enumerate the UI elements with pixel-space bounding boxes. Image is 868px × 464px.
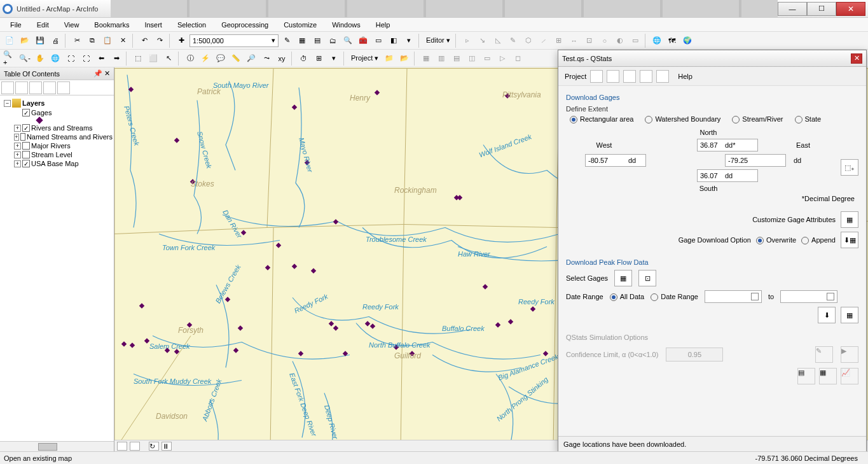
download-peak-button[interactable]: ⬇ [818, 307, 836, 323]
menu-help[interactable]: Help [369, 20, 397, 30]
qstats-saveas-icon[interactable] [640, 70, 652, 83]
toolbar-dropdown-icon-2[interactable]: ▾ [327, 52, 341, 66]
qstats-open-icon[interactable] [607, 70, 619, 83]
options-icon[interactable] [57, 81, 70, 94]
pin-icon[interactable]: 📌 ✕ [93, 69, 110, 78]
undo-icon[interactable]: ↶ [137, 34, 151, 48]
toolbar-icon-2[interactable]: ▤ [310, 34, 324, 48]
find-icon[interactable]: 🔎 [244, 52, 258, 66]
layout-view-icon[interactable] [130, 442, 140, 451]
layer-stream-level[interactable]: +Stream Level [1, 150, 113, 159]
minimize-button[interactable] [778, 2, 807, 16]
identify-icon[interactable]: ⓘ [183, 52, 197, 66]
zoom-out-icon[interactable]: 🔍- [18, 52, 32, 66]
search-icon[interactable]: 🔍 [341, 34, 355, 48]
save-icon[interactable]: 💾 [33, 34, 47, 48]
list-by-source-icon[interactable] [15, 81, 28, 94]
menu-bookmarks[interactable]: Bookmarks [88, 20, 135, 30]
overwrite-option[interactable]: Overwrite [756, 236, 796, 244]
new-icon[interactable]: 📄 [3, 34, 17, 48]
menu-windows[interactable]: Windows [326, 20, 367, 30]
apply-extent-button[interactable]: ⬚₊ [841, 159, 858, 176]
create-viewer-icon[interactable]: ⊞ [312, 52, 326, 66]
fixed-zoom-out-icon[interactable]: ⛶ [79, 52, 93, 66]
extent-rectangular[interactable]: Rectangular area [570, 115, 633, 123]
full-extent-icon[interactable]: 🌐 [48, 52, 62, 66]
date-range-option[interactable]: Date Range [651, 293, 698, 301]
measure-icon[interactable]: 📏 [229, 52, 243, 66]
download-gages-button[interactable]: ⬇▦ [841, 232, 858, 248]
scale-input[interactable]: 1:500,000▾ [189, 34, 279, 47]
find-route-icon[interactable]: ⤳ [259, 52, 273, 66]
layers-root[interactable]: − Layers [1, 98, 113, 108]
editor-dropdown[interactable]: Editor ▾ [424, 36, 453, 45]
arccatalog-icon[interactable]: 🌐 [650, 34, 664, 48]
select-gages-lasso-button[interactable]: ⊡ [638, 270, 656, 286]
zoom-in-icon[interactable]: 🔍+ [3, 52, 17, 66]
menu-selection[interactable]: Selection [171, 20, 212, 30]
extent-stream[interactable]: Stream/River [732, 115, 783, 123]
go-to-xy-icon[interactable]: xy [275, 52, 289, 66]
project-open-icon[interactable]: 📁 [382, 52, 396, 66]
layer-named-streams[interactable]: +Named Streams and Rivers [1, 132, 113, 141]
all-data-option[interactable]: All Data [610, 293, 645, 301]
arcscene-icon[interactable]: 🗺 [665, 34, 679, 48]
menu-file[interactable]: File [4, 20, 28, 30]
html-popup-icon[interactable]: 💬 [214, 52, 228, 66]
maximize-button[interactable] [807, 2, 836, 16]
menu-geoprocessing[interactable]: Geoprocessing [215, 20, 275, 30]
calendar-icon[interactable] [827, 293, 834, 300]
qstats-titlebar[interactable]: Test.qs - QStats ✕ [558, 50, 866, 67]
forward-extent-icon[interactable]: ➡ [109, 52, 123, 66]
pause-icon[interactable]: ⏸ [162, 442, 172, 451]
editor-toolbar-icon[interactable]: ✎ [280, 34, 294, 48]
extent-state[interactable]: State [795, 115, 822, 123]
close-button[interactable] [836, 2, 865, 16]
qstats-new-icon[interactable] [590, 70, 603, 83]
east-input[interactable] [725, 154, 786, 167]
list-by-drawing-order-icon[interactable] [1, 81, 14, 94]
toolbar-icon-1[interactable]: ▦ [295, 34, 309, 48]
hyperlink-icon[interactable]: ⚡ [198, 52, 212, 66]
layer-major-rivers[interactable]: +Major Rivers [1, 141, 113, 150]
catalog-icon[interactable]: 🗂 [326, 34, 340, 48]
select-features-icon[interactable]: ⬚ [131, 52, 145, 66]
menu-edit[interactable]: Edit [31, 20, 55, 30]
menu-view[interactable]: View [58, 20, 86, 30]
toc-scrollbar[interactable] [0, 441, 114, 451]
menu-insert[interactable]: Insert [138, 20, 169, 30]
time-slider-icon[interactable]: ⏱ [296, 52, 310, 66]
list-by-selection-icon[interactable] [43, 81, 56, 94]
cut-icon[interactable]: ✂ [70, 34, 84, 48]
add-data-icon[interactable]: ✚ [174, 34, 188, 48]
paste-icon[interactable]: 📋 [100, 34, 114, 48]
pan-icon[interactable]: ✋ [33, 52, 47, 66]
layer-rivers[interactable]: +Rivers and Streams [1, 123, 113, 132]
print-icon[interactable]: 🖨 [48, 34, 62, 48]
qstats-close-icon[interactable]: ✕ [851, 53, 862, 64]
data-view-icon[interactable] [117, 442, 127, 451]
qstats-help-menu[interactable]: Help [678, 73, 692, 80]
toolbar-dropdown-icon[interactable]: ▾ [402, 34, 416, 48]
fixed-zoom-in-icon[interactable]: ⛶ [64, 52, 78, 66]
calendar-icon[interactable] [751, 293, 759, 300]
menu-customize[interactable]: Customize [277, 20, 323, 30]
append-option[interactable]: Append [801, 236, 836, 244]
back-extent-icon[interactable]: ⬅ [94, 52, 108, 66]
arcglobe-icon[interactable]: 🌍 [680, 34, 694, 48]
extent-watershed[interactable]: Watershed Boundary [645, 115, 720, 123]
modelbuilder-icon[interactable]: ◧ [387, 34, 401, 48]
redo-icon[interactable]: ↷ [153, 34, 167, 48]
refresh-icon[interactable]: ↻ [149, 442, 159, 451]
view-peak-table-button[interactable]: ▦ [841, 307, 858, 323]
project-dropdown[interactable]: Project ▾ [348, 54, 381, 62]
select-elements-icon[interactable]: ↖ [162, 52, 176, 66]
open-icon[interactable]: 📂 [18, 34, 32, 48]
python-icon[interactable]: ▭ [371, 34, 385, 48]
arctoolbox-icon[interactable]: 🧰 [356, 34, 370, 48]
layer-gages[interactable]: Gages [1, 108, 113, 117]
date-from-input[interactable] [705, 290, 762, 303]
project-folder-icon[interactable]: 📂 [397, 52, 411, 66]
qstats-save-icon[interactable] [623, 70, 636, 83]
copy-icon[interactable]: ⧉ [85, 34, 99, 48]
